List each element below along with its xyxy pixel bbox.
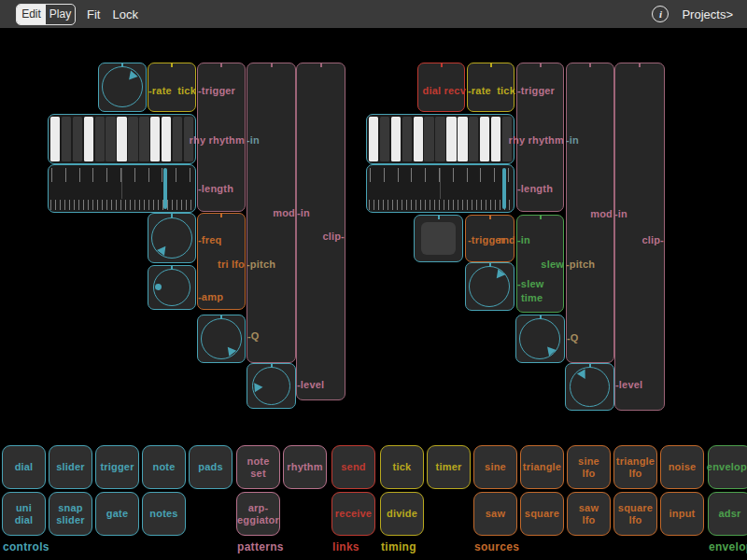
key-white[interactable]: [414, 117, 423, 161]
edit-button[interactable]: Edit: [17, 5, 46, 24]
ruler-tick: [79, 168, 80, 182]
module-trigger-button[interactable]: [414, 215, 463, 262]
key-dark[interactable]: [73, 117, 82, 161]
keyboard-keys[interactable]: [369, 117, 512, 161]
palette-item-noise[interactable]: noise: [660, 445, 704, 489]
palette-item-uni-dial[interactable]: uni dial: [2, 492, 46, 536]
module-dial-freq[interactable]: [148, 213, 196, 263]
key-dark[interactable]: [469, 117, 478, 161]
ruler-tick-fine: [467, 200, 468, 210]
fit-button[interactable]: Fit: [87, 7, 100, 21]
module-dial-q-2[interactable]: [515, 315, 565, 363]
key-dark[interactable]: [95, 117, 105, 161]
palette-item-dial[interactable]: dial: [2, 445, 46, 489]
palette-item-trigger[interactable]: trigger: [95, 445, 139, 489]
key-dark[interactable]: [106, 117, 115, 161]
port-label-text: -Q: [247, 330, 260, 342]
module-dial-level[interactable]: [247, 363, 296, 409]
key-dark[interactable]: [380, 117, 389, 161]
key-dark[interactable]: [435, 117, 444, 161]
ruler-tick-fine: [74, 200, 75, 210]
palette-item-note-set[interactable]: note set: [236, 445, 280, 489]
module-keyboard-2[interactable]: [366, 114, 514, 164]
palette-item-sine[interactable]: sine: [473, 445, 517, 489]
key-white[interactable]: [458, 117, 467, 161]
dial-ring: [201, 318, 242, 359]
ruler-tick-fine: [374, 200, 374, 210]
palette-item-triangle-lfo[interactable]: triangle lfo: [613, 445, 657, 489]
key-dark[interactable]: [128, 117, 137, 161]
ruler-tick: [148, 168, 149, 182]
key-dark[interactable]: [139, 117, 148, 161]
lock-button[interactable]: Lock: [112, 7, 137, 21]
module-dial-q[interactable]: [197, 315, 246, 363]
key-white[interactable]: [84, 117, 93, 161]
module-dial-slew-time[interactable]: [465, 262, 514, 311]
ruler-tick-fine: [392, 200, 393, 210]
projects-button[interactable]: Projects>: [682, 7, 733, 21]
play-button[interactable]: Play: [46, 5, 75, 24]
palette-item-saw-lfo[interactable]: saw lfo: [567, 492, 611, 536]
ruler-tick-fine: [444, 200, 444, 210]
key-white[interactable]: [369, 117, 378, 161]
palette-item-snap-slider[interactable]: snap slider: [49, 492, 92, 536]
trigger-pad[interactable]: [421, 222, 456, 255]
key-dark[interactable]: [62, 117, 71, 161]
port-label-text: rhy rhythm: [190, 134, 245, 146]
ruler-tick-fine: [172, 200, 173, 210]
patch-canvas[interactable]: -ratetick-triggerrhy rhythm-in-length-fr…: [0, 28, 747, 439]
palette-item-adsr[interactable]: adsr: [708, 492, 747, 536]
key-dark[interactable]: [424, 117, 433, 161]
module-dial-amp[interactable]: [148, 265, 196, 310]
port-label-text: time: [521, 292, 543, 303]
key-white[interactable]: [480, 117, 489, 161]
key-dark[interactable]: [173, 117, 182, 161]
palette-item-square-lfo[interactable]: square lfo: [613, 492, 657, 536]
keyboard-keys[interactable]: [50, 117, 193, 161]
palette-item-saw[interactable]: saw: [473, 492, 517, 536]
palette-item-slider[interactable]: slider: [49, 445, 92, 489]
palette-item-rhythm[interactable]: rhythm: [283, 445, 327, 489]
palette-item-timer[interactable]: timer: [427, 445, 471, 489]
palette-item-triangle[interactable]: triangle: [520, 445, 564, 489]
palette-item-square[interactable]: square: [520, 492, 564, 536]
palette-item-envelope[interactable]: envelope: [708, 445, 747, 489]
palette-item-tick[interactable]: tick: [380, 445, 424, 489]
port-label-text: -length: [198, 183, 233, 194]
key-white[interactable]: [491, 117, 500, 161]
module-keyboard[interactable]: [48, 114, 196, 164]
key-white[interactable]: [50, 117, 60, 161]
module-length-ruler-2[interactable]: [366, 164, 514, 213]
palette-item-divide[interactable]: divide: [380, 492, 424, 536]
module-dial-level-2[interactable]: [565, 363, 614, 411]
key-white[interactable]: [391, 117, 401, 161]
dial-ring: [151, 217, 192, 259]
palette-item-note[interactable]: note: [142, 445, 186, 489]
key-dark[interactable]: [402, 117, 412, 161]
port-label-text: -rate: [148, 85, 172, 96]
palette-item-notes[interactable]: notes: [142, 492, 186, 536]
palette-item-send[interactable]: send: [331, 445, 375, 489]
ruler-tick-fine: [111, 200, 112, 210]
ruler-tick-fine: [116, 200, 117, 210]
palette-item-arp-eggiator[interactable]: arp- eggiator: [236, 492, 280, 536]
module-dial-rate[interactable]: [98, 63, 147, 112]
key-white[interactable]: [150, 117, 160, 161]
key-white[interactable]: [446, 117, 456, 161]
info-icon[interactable]: i: [652, 6, 669, 22]
port-notch: [220, 63, 222, 67]
ruler-tick-fine: [64, 200, 65, 210]
ruler-tick-fine: [78, 200, 79, 210]
palette-item-input[interactable]: input: [660, 492, 704, 536]
palette-item-receive[interactable]: receive: [331, 492, 375, 536]
key-white[interactable]: [162, 117, 171, 161]
palette-item-sine-lfo[interactable]: sine lfo: [567, 445, 611, 489]
port-label-text: mod: [273, 207, 295, 218]
ruler-tick: [467, 168, 468, 182]
ruler-cursor[interactable]: [163, 168, 167, 209]
palette-item-pads[interactable]: pads: [189, 445, 233, 489]
module-length-ruler[interactable]: [48, 164, 196, 213]
palette-item-gate[interactable]: gate: [95, 492, 139, 536]
key-white[interactable]: [117, 117, 126, 161]
ruler-cursor[interactable]: [502, 168, 506, 209]
